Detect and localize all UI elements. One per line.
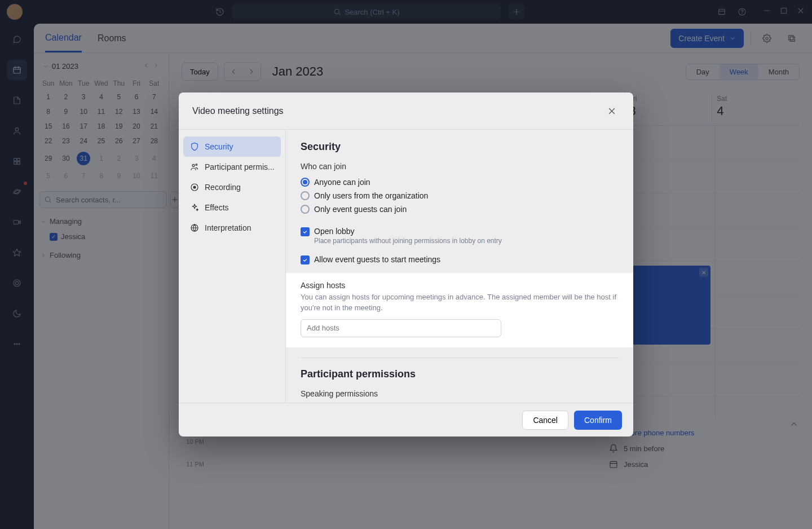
radio-guests[interactable]: Only event guests can join <box>301 202 619 216</box>
modal-nav: Security Participant permis... Recording… <box>179 130 286 403</box>
svg-point-42 <box>192 164 195 166</box>
nav-recording[interactable]: Recording <box>183 177 281 197</box>
assign-hosts-label: Assign hosts <box>301 281 619 290</box>
assign-hosts-desc: You can assign hosts for upcoming meetin… <box>301 292 619 314</box>
checkbox-allow-guests-start[interactable]: Allow event guests to start meetings <box>301 252 619 267</box>
who-can-join-label: Who can join <box>301 162 619 171</box>
checkbox-open-lobby[interactable]: Open lobby Place participants without jo… <box>301 224 619 248</box>
modal-overlay[interactable]: Video meeting settings Security Particip… <box>0 0 812 529</box>
nav-interpretation[interactable]: Interpretation <box>183 218 281 238</box>
add-hosts-input[interactable] <box>301 319 501 337</box>
permissions-heading: Participant permissions <box>301 368 619 380</box>
svg-point-43 <box>196 164 197 166</box>
modal-content: Security Who can join Anyone can join On… <box>286 130 633 403</box>
modal-close-icon[interactable] <box>604 103 620 119</box>
speaking-permissions-label: Speaking permissions <box>301 389 619 398</box>
radio-org[interactable]: Only users from the organization <box>301 189 619 202</box>
svg-point-45 <box>193 186 196 188</box>
nav-effects[interactable]: Effects <box>183 197 281 218</box>
nav-permissions[interactable]: Participant permis... <box>183 157 281 177</box>
nav-security[interactable]: Security <box>183 136 281 157</box>
modal-title: Video meeting settings <box>192 106 284 116</box>
assign-hosts-section: Assign hosts You can assign hosts for up… <box>286 273 633 347</box>
security-heading: Security <box>301 141 619 153</box>
video-settings-modal: Video meeting settings Security Particip… <box>179 92 633 437</box>
cancel-button[interactable]: Cancel <box>522 411 568 430</box>
radio-anyone[interactable]: Anyone can join <box>301 175 619 189</box>
confirm-button[interactable]: Confirm <box>574 411 622 430</box>
